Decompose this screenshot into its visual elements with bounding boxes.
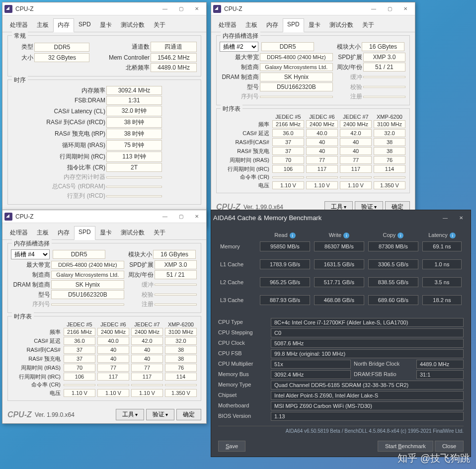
trc-label: 行周期时间 (tRC) [11, 153, 105, 161]
tab-spd[interactable]: SPD [283, 18, 304, 32]
slot-select[interactable]: 插槽 #4 [11, 249, 50, 259]
tab-graphics[interactable]: 显卡 [304, 18, 325, 32]
minimize-button[interactable]: — [366, 4, 381, 13]
info-value: 4489.0 MHz [416, 360, 464, 369]
info-icon[interactable]: i [343, 233, 349, 238]
close-button[interactable]: Close [435, 441, 464, 452]
tab-memory[interactable]: 内存 [53, 226, 74, 239]
tab-graphics[interactable]: 显卡 [95, 18, 116, 32]
cell-value [374, 176, 405, 178]
tab-memory[interactable]: 内存 [53, 18, 74, 32]
ok-button[interactable]: 确定 [176, 409, 201, 420]
cpuz-icon [4, 213, 12, 221]
close-button[interactable]: ✕ [189, 4, 204, 13]
info-value: MSI MPG Z690 Carbon WiFi (MS-7D30) [271, 401, 464, 410]
minimize-button[interactable]: — [158, 4, 172, 13]
spd-type-value: DDR5 [53, 250, 105, 259]
tab-mainboard[interactable]: 主板 [32, 226, 53, 239]
info-icon[interactable]: i [397, 233, 403, 238]
row-label: RAS#到CAS# [220, 138, 271, 147]
row-label: 频率 [11, 327, 63, 336]
maximize-button[interactable]: ▢ [382, 4, 397, 13]
channels-label: 通道数 [90, 43, 150, 51]
cell-value: 3100 MHz [165, 328, 197, 336]
table-row: L3 Cache887.93 GB/s468.08 GB/s689.60 GB/… [218, 294, 464, 306]
watermark: 知乎 @技飞狗跳 [397, 452, 470, 465]
cpuz-icon [213, 5, 221, 13]
tab-about[interactable]: 关于 [149, 18, 170, 32]
maximize-button[interactable]: ▢ [173, 212, 188, 221]
col-header: Latencyi [420, 230, 464, 240]
memctrl-value: 1546.2 MHz [151, 53, 197, 62]
cpuz-window-spd-slot4: CPU-Z — ▢ ✕ 处理器 主板 内存 SPD 显卡 测试分数 关于 内存插… [2, 210, 207, 424]
ecc-label: 校验 [334, 83, 362, 91]
cell-value: 40 [131, 355, 163, 363]
cell-value: 114 [165, 373, 197, 381]
cell-value: 42.0 [131, 337, 163, 345]
save-button[interactable]: Save [218, 441, 245, 452]
cell-value: 1.10 V [131, 389, 163, 397]
mfr-label: 制造商 [220, 63, 259, 72]
cell-value: 40 [131, 346, 163, 354]
regist-value [155, 304, 197, 306]
timings-table-slot4: JEDEC #5JEDEC #6JEDEC #7XMP-6200频率2166 M… [11, 321, 198, 397]
close-button[interactable]: ✕ [454, 213, 469, 222]
col-header: JEDEC #7 [339, 114, 373, 120]
titlebar[interactable]: CPU-Z — ▢ ✕ [211, 2, 415, 15]
regist-value [363, 96, 405, 98]
tab-graphics[interactable]: 显卡 [95, 226, 116, 239]
channels-value: 四通道 [151, 42, 197, 52]
col-header: Readi [258, 230, 312, 240]
info-icon[interactable]: i [290, 233, 296, 238]
info-icon[interactable]: i [450, 233, 456, 238]
start-benchmark-button[interactable]: Start Benchmark [378, 441, 433, 452]
tab-spd[interactable]: SPD [74, 18, 95, 32]
tab-cpu[interactable]: 处理器 [214, 18, 241, 32]
cell-value: 1.10 V [64, 389, 95, 397]
tab-cpu[interactable]: 处理器 [5, 226, 32, 239]
tab-bench[interactable]: 测试分数 [116, 18, 149, 32]
group-title: 内存插槽选择 [12, 239, 52, 248]
tools-button[interactable]: 工具▾ [116, 409, 144, 420]
cell-value: 69.1 ns [422, 241, 462, 251]
cell-value: 40 [340, 138, 372, 146]
row-label: Memory [218, 240, 258, 252]
tab-mainboard[interactable]: 主板 [241, 18, 262, 32]
close-button[interactable]: ✕ [189, 212, 204, 221]
maximize-button[interactable]: ▢ [173, 4, 188, 13]
col-header: JEDEC #5 [271, 114, 305, 120]
titlebar[interactable]: AIDA64 Cache & Memory Benchmark — ✕ [211, 210, 471, 225]
cell-value: 95850 MB/s [260, 241, 310, 251]
tab-cpu[interactable]: 处理器 [5, 18, 32, 32]
tab-bench[interactable]: 测试分数 [325, 18, 358, 32]
validate-button[interactable]: 验证▾ [146, 409, 174, 420]
window-title: CPU-Z [15, 5, 158, 12]
cell-value [165, 384, 197, 386]
cell-value: 87308 MB/s [368, 241, 418, 251]
minimize-button[interactable]: — [438, 213, 453, 222]
group-timings-table: 时序表 JEDEC #5JEDEC #6JEDEC #7XMP-6200频率21… [216, 108, 410, 193]
dramfreq-value: 3092.4 MHz [106, 86, 162, 95]
trp-value: 38 时钟 [106, 129, 162, 139]
slot-select[interactable]: 插槽 #2 [220, 42, 258, 52]
titlebar[interactable]: CPU-Z — ▢ ✕ [2, 210, 206, 223]
tab-bench[interactable]: 测试分数 [116, 226, 149, 239]
col-header: JEDEC #5 [63, 321, 96, 327]
tab-memory[interactable]: 内存 [262, 18, 283, 32]
cell-value: 106 [272, 165, 304, 173]
titlebar[interactable]: CPU-Z — ▢ ✕ [2, 2, 206, 15]
nb-label: 北桥频率 [91, 64, 150, 72]
tab-spd[interactable]: SPD [74, 226, 95, 240]
minimize-button[interactable]: — [158, 212, 172, 221]
tras-value: 75 时钟 [106, 140, 162, 151]
tab-about[interactable]: 关于 [149, 226, 170, 239]
tab-about[interactable]: 关于 [358, 18, 379, 32]
tab-mainboard[interactable]: 主板 [32, 18, 53, 32]
row-label: 电压 [11, 389, 63, 397]
rowhit-value [106, 195, 162, 197]
close-button[interactable]: ✕ [398, 4, 413, 13]
group-general: 常规 类型 DDR5 通道数 四通道 大小 32 GBytes Mem Cont… [7, 35, 201, 77]
cell-value: 36.0 [272, 129, 304, 137]
cell-value: 117 [340, 165, 372, 173]
cell-value: 114 [374, 165, 405, 173]
